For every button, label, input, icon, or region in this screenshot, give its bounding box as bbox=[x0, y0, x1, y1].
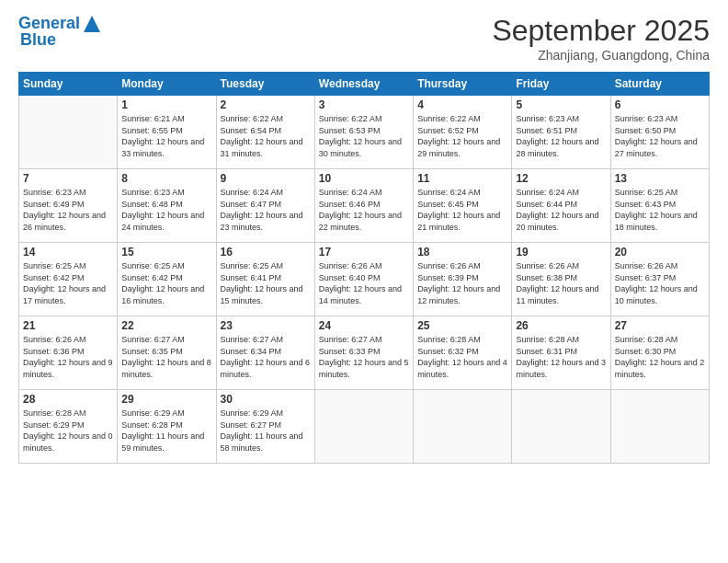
day-number: 20 bbox=[615, 246, 705, 259]
cell-content: Sunrise: 6:28 AMSunset: 6:31 PMDaylight:… bbox=[516, 334, 606, 380]
daylight-text: Daylight: 12 hours and 23 minutes. bbox=[221, 211, 303, 232]
day-number: 3 bbox=[319, 98, 409, 111]
sunrise-text: Sunrise: 6:25 AM bbox=[121, 261, 185, 270]
daylight-text: Daylight: 12 hours and 11 minutes. bbox=[516, 284, 598, 305]
table-row: 28Sunrise: 6:28 AMSunset: 6:29 PMDayligh… bbox=[19, 390, 118, 464]
day-number: 23 bbox=[221, 319, 311, 332]
table-row: 24Sunrise: 6:27 AMSunset: 6:33 PMDayligh… bbox=[314, 316, 413, 390]
calendar-week-row: 14Sunrise: 6:25 AMSunset: 6:42 PMDayligh… bbox=[19, 243, 710, 316]
day-number: 24 bbox=[319, 319, 409, 332]
daylight-text: Daylight: 12 hours and 15 minutes. bbox=[221, 284, 303, 305]
location: Zhanjiang, Guangdong, China bbox=[492, 48, 710, 63]
table-row: 19Sunrise: 6:26 AMSunset: 6:38 PMDayligh… bbox=[512, 243, 610, 316]
sunset-text: Sunset: 6:43 PM bbox=[615, 200, 677, 209]
table-row: 22Sunrise: 6:27 AMSunset: 6:35 PMDayligh… bbox=[118, 316, 216, 390]
sunset-text: Sunset: 6:54 PM bbox=[221, 126, 282, 135]
sunrise-text: Sunrise: 6:28 AM bbox=[615, 335, 678, 344]
logo: General Blue bbox=[18, 14, 102, 50]
cell-content: Sunrise: 6:26 AMSunset: 6:38 PMDaylight:… bbox=[516, 260, 606, 306]
daylight-text: Daylight: 12 hours and 12 minutes. bbox=[417, 284, 500, 305]
table-row: 7Sunrise: 6:23 AMSunset: 6:49 PMDaylight… bbox=[19, 169, 118, 243]
table-row: 4Sunrise: 6:22 AMSunset: 6:52 PMDaylight… bbox=[414, 96, 512, 169]
sunset-text: Sunset: 6:28 PM bbox=[121, 420, 183, 430]
cell-content: Sunrise: 6:26 AMSunset: 6:39 PMDaylight:… bbox=[417, 260, 507, 306]
daylight-text: Daylight: 12 hours and 4 minutes. bbox=[417, 358, 507, 379]
daylight-text: Daylight: 12 hours and 0 minutes. bbox=[23, 431, 113, 453]
cell-content: Sunrise: 6:28 AMSunset: 6:29 PMDaylight:… bbox=[23, 408, 113, 454]
daylight-text: Daylight: 12 hours and 9 minutes. bbox=[23, 358, 113, 379]
calendar-week-row: 1Sunrise: 6:21 AMSunset: 6:55 PMDaylight… bbox=[19, 96, 710, 169]
sunset-text: Sunset: 6:39 PM bbox=[417, 273, 479, 282]
table-row: 5Sunrise: 6:23 AMSunset: 6:51 PMDaylight… bbox=[512, 96, 610, 169]
sunset-text: Sunset: 6:51 PM bbox=[516, 126, 577, 135]
day-number: 4 bbox=[417, 98, 507, 111]
cell-content: Sunrise: 6:24 AMSunset: 6:46 PMDaylight:… bbox=[319, 187, 409, 233]
daylight-text: Daylight: 12 hours and 8 minutes. bbox=[121, 358, 211, 379]
cell-content: Sunrise: 6:27 AMSunset: 6:33 PMDaylight:… bbox=[319, 334, 409, 380]
col-friday: Friday bbox=[512, 73, 610, 96]
sunset-text: Sunset: 6:48 PM bbox=[121, 200, 183, 209]
daylight-text: Daylight: 12 hours and 10 minutes. bbox=[615, 284, 698, 305]
daylight-text: Daylight: 11 hours and 58 minutes. bbox=[221, 431, 303, 453]
cell-content: Sunrise: 6:21 AMSunset: 6:55 PMDaylight:… bbox=[121, 113, 211, 159]
sunrise-text: Sunrise: 6:24 AM bbox=[516, 188, 579, 197]
daylight-text: Daylight: 12 hours and 26 minutes. bbox=[23, 211, 106, 232]
sunset-text: Sunset: 6:38 PM bbox=[516, 273, 577, 282]
sunset-text: Sunset: 6:34 PM bbox=[221, 347, 282, 356]
table-row: 14Sunrise: 6:25 AMSunset: 6:42 PMDayligh… bbox=[19, 243, 118, 316]
day-number: 8 bbox=[121, 172, 211, 185]
table-row: 1Sunrise: 6:21 AMSunset: 6:55 PMDaylight… bbox=[118, 96, 216, 169]
sunset-text: Sunset: 6:36 PM bbox=[23, 347, 85, 356]
day-number: 14 bbox=[23, 246, 113, 259]
sunrise-text: Sunrise: 6:28 AM bbox=[417, 335, 481, 344]
day-number: 28 bbox=[23, 393, 113, 406]
cell-content: Sunrise: 6:23 AMSunset: 6:49 PMDaylight:… bbox=[23, 187, 113, 233]
daylight-text: Daylight: 12 hours and 2 minutes. bbox=[615, 358, 705, 379]
table-row: 21Sunrise: 6:26 AMSunset: 6:36 PMDayligh… bbox=[19, 316, 118, 390]
sunrise-text: Sunrise: 6:23 AM bbox=[121, 188, 185, 197]
cell-content: Sunrise: 6:22 AMSunset: 6:54 PMDaylight:… bbox=[221, 113, 311, 159]
day-number: 19 bbox=[516, 246, 606, 259]
sunrise-text: Sunrise: 6:25 AM bbox=[615, 188, 678, 197]
daylight-text: Daylight: 12 hours and 20 minutes. bbox=[516, 211, 598, 232]
daylight-text: Daylight: 12 hours and 6 minutes. bbox=[221, 358, 311, 379]
day-number: 2 bbox=[221, 98, 311, 111]
daylight-text: Daylight: 12 hours and 5 minutes. bbox=[319, 358, 409, 379]
sunrise-text: Sunrise: 6:29 AM bbox=[221, 408, 284, 418]
sunset-text: Sunset: 6:46 PM bbox=[319, 200, 381, 209]
table-row: 23Sunrise: 6:27 AMSunset: 6:34 PMDayligh… bbox=[216, 316, 314, 390]
table-row: 15Sunrise: 6:25 AMSunset: 6:42 PMDayligh… bbox=[118, 243, 216, 316]
day-number: 10 bbox=[319, 172, 409, 185]
sunset-text: Sunset: 6:42 PM bbox=[23, 273, 85, 282]
sunset-text: Sunset: 6:44 PM bbox=[516, 200, 577, 209]
col-saturday: Saturday bbox=[610, 73, 709, 96]
day-number: 6 bbox=[615, 98, 705, 111]
sunset-text: Sunset: 6:53 PM bbox=[319, 126, 381, 135]
table-row bbox=[610, 390, 709, 464]
table-row bbox=[512, 390, 610, 464]
sunset-text: Sunset: 6:32 PM bbox=[417, 347, 479, 356]
day-number: 15 bbox=[121, 246, 211, 259]
sunset-text: Sunset: 6:42 PM bbox=[121, 273, 183, 282]
sunset-text: Sunset: 6:45 PM bbox=[417, 200, 479, 209]
daylight-text: Daylight: 12 hours and 18 minutes. bbox=[615, 211, 698, 232]
day-number: 12 bbox=[516, 172, 606, 185]
table-row: 16Sunrise: 6:25 AMSunset: 6:41 PMDayligh… bbox=[216, 243, 314, 316]
day-number: 18 bbox=[417, 246, 507, 259]
title-area: September 2025 Zhanjiang, Guangdong, Chi… bbox=[492, 14, 710, 63]
daylight-text: Daylight: 12 hours and 29 minutes. bbox=[417, 137, 500, 158]
sunset-text: Sunset: 6:31 PM bbox=[516, 347, 577, 356]
day-number: 21 bbox=[23, 319, 113, 332]
cell-content: Sunrise: 6:28 AMSunset: 6:30 PMDaylight:… bbox=[615, 334, 705, 380]
day-number: 26 bbox=[516, 319, 606, 332]
logo-icon bbox=[82, 14, 102, 34]
sunset-text: Sunset: 6:29 PM bbox=[23, 420, 85, 430]
cell-content: Sunrise: 6:25 AMSunset: 6:43 PMDaylight:… bbox=[615, 187, 705, 233]
day-number: 11 bbox=[417, 172, 507, 185]
col-thursday: Thursday bbox=[414, 73, 512, 96]
sunset-text: Sunset: 6:52 PM bbox=[417, 126, 479, 135]
sunrise-text: Sunrise: 6:26 AM bbox=[319, 261, 382, 270]
cell-content: Sunrise: 6:22 AMSunset: 6:52 PMDaylight:… bbox=[417, 113, 507, 159]
daylight-text: Daylight: 12 hours and 22 minutes. bbox=[319, 211, 402, 232]
sunrise-text: Sunrise: 6:27 AM bbox=[319, 335, 382, 344]
